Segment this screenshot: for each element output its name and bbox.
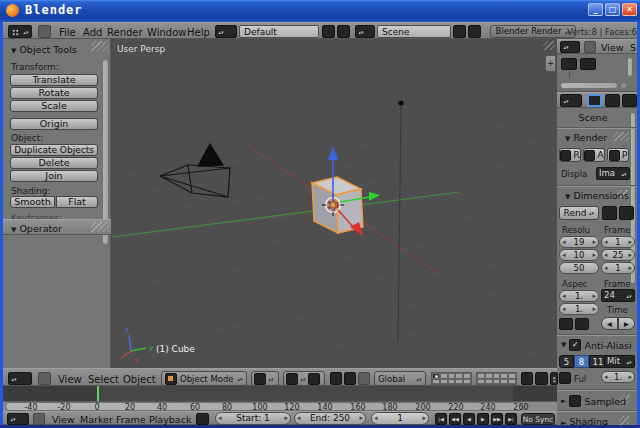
stepper-left-icon[interactable]: ◂ (297, 415, 301, 422)
timeline-menu-frame[interactable]: Frame (116, 414, 146, 425)
aspect-y-stepper[interactable]: ◂1.▸ (559, 303, 599, 315)
expand-properties-region-button[interactable]: + (545, 55, 556, 72)
smooth-button[interactable]: Smooth (10, 196, 55, 208)
frame-start-stepper[interactable]: ◂1▸ (601, 236, 635, 248)
filter-size-stepper[interactable]: ◂1.▸ (601, 371, 635, 383)
view3d-display-icon[interactable] (38, 372, 51, 385)
menu-help[interactable]: Help (187, 27, 210, 38)
outliner-content[interactable] (557, 54, 637, 92)
samples-8-button[interactable]: 8 (574, 355, 589, 368)
scene-name-field[interactable]: Scene (377, 25, 451, 38)
properties-tab[interactable] (605, 94, 620, 107)
stepper-right-icon[interactable]: ▸ (422, 415, 426, 422)
jump-to-start-button[interactable]: |◀ (435, 413, 447, 425)
play-button[interactable]: ▶ (477, 413, 489, 425)
rotate-button[interactable]: Rotate (10, 87, 98, 99)
frame-start-field[interactable]: ◂Start: 1▸ (215, 412, 291, 425)
resolution-x-stepper[interactable]: ◂19▸ (559, 236, 599, 248)
origin-button[interactable]: Origin (10, 118, 98, 130)
view3d-menu-view[interactable]: View (58, 374, 82, 385)
delete-button[interactable]: Delete (10, 157, 98, 169)
stepper-left-icon[interactable]: ◂ (374, 415, 378, 422)
view3d-editor-dropdown[interactable]: ▴▾ (8, 372, 32, 385)
manipulator-rotate-toggle[interactable] (344, 372, 356, 385)
resolution-percent-slider[interactable]: 50 (559, 262, 599, 274)
render-presets-dropdown[interactable]: Rend▴▾ (559, 206, 599, 220)
delete-scene-button[interactable] (468, 25, 481, 38)
prev-keyframe-button[interactable]: ◀◀ (449, 413, 461, 425)
stepper-left-icon[interactable]: ◂ (562, 293, 566, 300)
timeline-menu-playback[interactable]: Playback (149, 414, 191, 425)
tool-shelf-scrollbar[interactable] (102, 59, 109, 245)
timeline-display-icon[interactable] (33, 413, 45, 425)
scene-dropdown[interactable]: ▴▾ (355, 25, 375, 38)
delete-screen-button[interactable] (337, 25, 350, 38)
full-sample-checkbox[interactable] (559, 372, 571, 384)
object-tools-panel-header[interactable]: ▼Object Tools (11, 44, 77, 55)
stepper-right-icon[interactable]: ▸ (284, 415, 288, 422)
timeline-menu-marker[interactable]: Marker (80, 414, 113, 425)
shading-panel-header[interactable]: ►Shading (561, 416, 608, 425)
sampled-checkbox[interactable] (569, 395, 581, 407)
render-animation-button[interactable]: A (583, 148, 605, 162)
crop-toggle[interactable] (575, 318, 589, 330)
viewport-canvas[interactable]: z y x (111, 39, 557, 368)
operator-panel-header[interactable]: ▼Operator (3, 219, 111, 235)
frame-step-stepper[interactable]: ◂1▸ (601, 262, 635, 274)
antialiasing-panel-header[interactable]: ▼✓Anti-Aliasi (561, 339, 632, 351)
outliner-display-icon[interactable] (584, 41, 596, 53)
outliner-hscrollbar[interactable] (560, 82, 618, 89)
stepper-left-icon[interactable]: ◂ (218, 415, 222, 422)
snap-mode-dropdown[interactable]: ▴▾ (550, 372, 558, 385)
aa-filter-dropdown[interactable]: Mit▴▾ (604, 355, 635, 368)
sampled-motion-blur-panel-header[interactable]: ►Sampled (561, 395, 626, 407)
minimize-button[interactable]: _ (588, 3, 603, 16)
stepper-right-icon[interactable]: ▸ (628, 239, 632, 246)
layers-widget-group2[interactable] (476, 372, 517, 385)
frame-end-stepper[interactable]: ◂25▸ (601, 249, 635, 261)
stepper-left-icon[interactable]: ◂ (562, 239, 566, 246)
stepper-right-icon[interactable]: ▸ (592, 306, 596, 313)
manipulator-scale-toggle[interactable] (358, 372, 370, 385)
screen-layout-dropdown[interactable]: ▴▾ (215, 25, 237, 38)
properties-tab[interactable] (622, 94, 637, 107)
stepper-left-icon[interactable]: ◂ (562, 306, 566, 313)
snap-magnet-toggle[interactable] (535, 372, 548, 385)
join-button[interactable]: Join (10, 170, 98, 182)
render-panel-header[interactable]: ▼Render (565, 132, 607, 143)
render-image-button[interactable]: R (559, 148, 581, 162)
aspect-x-stepper[interactable]: ◂1.▸ (559, 290, 599, 302)
screen-layout-field[interactable]: Default (239, 25, 319, 38)
sync-mode-dropdown[interactable]: No Sync (521, 413, 555, 425)
timeline-record-icon[interactable] (196, 413, 209, 425)
play-reverse-button[interactable]: ◀ (463, 413, 475, 425)
next-keyframe-button[interactable]: ▶▶ (491, 413, 503, 425)
view3d-menu-object[interactable]: Object (123, 374, 156, 385)
stepper-right-icon[interactable]: ▸ (359, 415, 363, 422)
current-frame-field[interactable]: ◂1▸ (371, 412, 429, 425)
properties-editor-dropdown[interactable]: ▴▾ (560, 94, 582, 107)
time-remap-new-button[interactable]: ▸ (618, 317, 635, 330)
stepper-right-icon[interactable]: ▸ (628, 252, 632, 259)
outliner-menu-view[interactable]: View (601, 42, 624, 53)
menu-add[interactable]: Add (83, 27, 102, 38)
samples-5-button[interactable]: 5 (559, 355, 574, 368)
add-preset-button[interactable] (602, 206, 617, 220)
timeline-ruler[interactable]: -40 -20 0 20 40 60 80 100 120 140 160 18… (3, 401, 557, 411)
stepper-right-icon[interactable]: ▸ (628, 265, 632, 272)
resolution-y-stepper[interactable]: ◂10▸ (559, 249, 599, 261)
flat-button[interactable]: Flat (56, 196, 98, 208)
orientation-dropdown[interactable]: Global ▴▾ (374, 371, 426, 386)
antialiasing-checkbox[interactable]: ✓ (569, 339, 581, 351)
layers-widget-group1[interactable] (431, 372, 472, 385)
stepper-left-icon[interactable]: ◂ (604, 265, 608, 272)
duplicate-objects-button[interactable]: Duplicate Objects (10, 144, 98, 156)
outliner-item-icon[interactable] (561, 58, 577, 70)
area-corner-hatch[interactable] (543, 41, 555, 50)
lock-to-scene-toggle[interactable] (521, 372, 533, 385)
stepper-left-icon[interactable]: ◂ (604, 252, 608, 259)
outliner-editor-dropdown[interactable]: ▴▾ (560, 41, 580, 53)
outliner-menu-search[interactable]: S (630, 42, 636, 53)
timeline-menu-view[interactable]: View (52, 414, 75, 425)
outliner-item-icon[interactable] (580, 58, 596, 70)
